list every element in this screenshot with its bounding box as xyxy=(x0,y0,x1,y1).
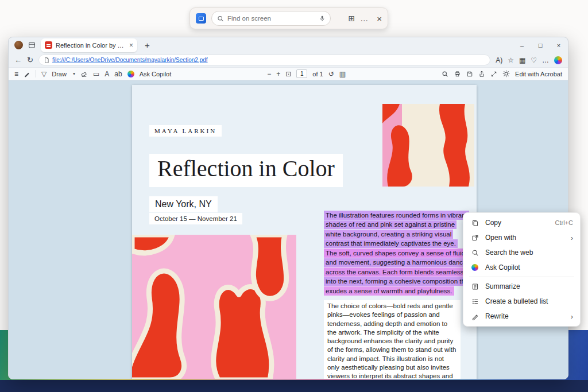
menu-item-label: Ask Copilot xyxy=(485,263,520,271)
menu-item-summarize[interactable]: Summarize xyxy=(466,279,578,294)
read-aloud-icon[interactable]: A) xyxy=(496,56,502,64)
menu-item-label: Copy xyxy=(485,219,501,227)
search-document-icon[interactable] xyxy=(442,71,448,77)
minimize-button[interactable]: – xyxy=(513,37,531,53)
divider xyxy=(36,70,36,77)
highlighted-text-line[interactable]: white background, creating a striking vi… xyxy=(324,230,453,239)
more-options-icon[interactable]: … xyxy=(360,14,368,22)
copilot-icon[interactable] xyxy=(554,56,562,64)
artwork-top-right xyxy=(382,104,474,187)
omnibox[interactable]: file:///C:/Users/OneDrive/Documents/maya… xyxy=(38,55,490,65)
selection-context-menu: Copy Ctrl+C Open with › Search the web A… xyxy=(463,212,581,327)
share-icon[interactable] xyxy=(478,71,485,77)
bulleted-list-icon xyxy=(470,298,479,305)
save-icon[interactable] xyxy=(466,71,473,77)
browser-essentials-icon[interactable]: ♡ xyxy=(531,56,537,64)
body-paragraph: The choice of colors—bold reds and gentl… xyxy=(324,300,461,379)
page-number-input[interactable] xyxy=(296,69,307,78)
highlighted-text-line[interactable]: The soft, curved shapes convey a sense o… xyxy=(324,249,473,258)
artist-name: MAYA LARKIN xyxy=(149,125,222,137)
pdf-page: MAYA LARKIN Reflection in Color New York… xyxy=(132,85,477,379)
menu-item-label: Search the web xyxy=(485,249,533,257)
menu-item-rewrite[interactable]: Rewrite › xyxy=(466,309,578,324)
eraser-icon[interactable] xyxy=(80,71,88,77)
profile-avatar[interactable] xyxy=(14,41,23,49)
exhibit-dates: October 15 — November 21 xyxy=(149,213,242,224)
draw-nib-icon[interactable]: ▽ xyxy=(41,71,47,77)
pdf-favicon xyxy=(45,41,52,49)
address-bar-actions: A) ☆ ▦ ♡ … xyxy=(496,56,562,64)
menu-item-search-web[interactable]: Search the web xyxy=(466,245,578,260)
maximize-button[interactable]: □ xyxy=(531,37,550,53)
exhibit-location: New York, NY xyxy=(149,196,218,212)
find-input[interactable] xyxy=(227,15,316,22)
selected-paragraph[interactable]: The illustration features rounded forms … xyxy=(324,211,462,296)
fit-to-page-icon[interactable]: ⊡ xyxy=(285,71,291,77)
read-aloud-pdf-icon[interactable]: ab xyxy=(114,71,122,77)
chevron-down-icon[interactable]: ▾ xyxy=(73,71,75,76)
open-with-icon xyxy=(470,234,479,242)
draw-label[interactable]: Draw xyxy=(52,71,67,77)
summarize-icon xyxy=(470,283,479,290)
favorites-star-icon[interactable]: ☆ xyxy=(508,56,514,64)
find-app-icon xyxy=(196,13,206,24)
collections-icon[interactable]: ▦ xyxy=(519,56,525,64)
pdf-toolbar: ≡ ▽ Draw ▾ ▭ A ab Ask Copilot − + ⊡ of 1… xyxy=(9,67,568,80)
page-count-label: of 1 xyxy=(312,71,323,77)
workspaces-icon[interactable] xyxy=(28,41,36,49)
search-icon xyxy=(217,15,224,22)
text-box-icon[interactable]: ▭ xyxy=(93,71,99,77)
open-with-app-icon[interactable]: ⊞ xyxy=(349,14,355,22)
highlighted-text-line[interactable]: shades of red and pink set against a pri… xyxy=(324,220,457,230)
tab-close-icon[interactable]: × xyxy=(129,41,133,49)
address-bar: ← ↻ file:///C:/Users/OneDrive/Documents/… xyxy=(9,53,568,67)
tab-title: Reflection in Color by Maya Lark... xyxy=(56,42,126,49)
menu-divider xyxy=(469,277,574,277)
back-icon[interactable]: ← xyxy=(14,56,22,64)
gear-icon[interactable] xyxy=(502,70,510,77)
menu-item-ask-copilot[interactable]: Ask Copilot xyxy=(466,260,578,275)
menu-item-label: Open with xyxy=(485,234,516,242)
artwork-left xyxy=(132,235,296,379)
highlighted-text-line[interactable]: The illustration features rounded forms … xyxy=(324,211,469,220)
highlighted-text-line[interactable]: exudes a sense of warmth and playfulness… xyxy=(324,286,454,296)
find-search-field[interactable] xyxy=(211,11,331,26)
tab-strip: Reflection in Color by Maya Lark... × + … xyxy=(9,37,568,53)
close-window-button[interactable]: × xyxy=(550,37,568,53)
highlighted-text-line[interactable]: across the canvas. Each form blends seam… xyxy=(324,267,470,277)
highlighted-text-line[interactable]: contrast that immediately captivates the… xyxy=(324,239,458,249)
menu-item-copy[interactable]: Copy Ctrl+C xyxy=(466,215,578,230)
close-find-bar-icon[interactable]: × xyxy=(377,14,382,23)
refresh-icon[interactable]: ↻ xyxy=(27,56,33,64)
menu-item-label: Summarize xyxy=(485,282,520,290)
rotate-icon[interactable]: ↺ xyxy=(328,71,334,77)
edit-with-acrobat-button[interactable]: Edit with Acrobat xyxy=(515,71,562,77)
zoom-out-icon[interactable]: − xyxy=(267,71,271,77)
highlighted-text-line[interactable]: and movement, suggesting a harmonious da… xyxy=(324,258,469,267)
find-on-screen-bar: ⊞ … × xyxy=(189,7,388,29)
menu-item-open-with[interactable]: Open with › xyxy=(466,230,578,245)
ask-copilot-button[interactable]: Ask Copilot xyxy=(140,71,172,77)
microphone-icon[interactable] xyxy=(319,15,325,22)
submenu-chevron-icon: › xyxy=(571,313,573,320)
print-icon[interactable] xyxy=(454,71,461,77)
table-of-contents-icon[interactable]: ≡ xyxy=(14,71,18,77)
pen-tool-icon[interactable] xyxy=(24,71,30,77)
settings-more-icon[interactable]: … xyxy=(542,56,549,64)
add-text-icon[interactable]: A xyxy=(105,71,109,77)
highlighted-text-line[interactable]: into the next, forming a cohesive compos… xyxy=(324,277,473,286)
copy-icon xyxy=(470,219,479,227)
zoom-in-icon[interactable]: + xyxy=(276,71,280,77)
menu-item-create-bulleted-list[interactable]: Create a bulleted list xyxy=(466,294,578,309)
page-view-icon[interactable]: ▥ xyxy=(339,71,346,77)
file-icon xyxy=(44,57,49,64)
document-title: Reflection in Color xyxy=(149,154,343,187)
rewrite-pen-icon xyxy=(470,313,479,320)
new-tab-button[interactable]: + xyxy=(145,40,150,50)
fullscreen-icon[interactable] xyxy=(490,71,497,77)
tab-reflection-in-color[interactable]: Reflection in Color by Maya Lark... × xyxy=(41,38,137,52)
window-controls: – □ × xyxy=(513,37,568,53)
url-text: file:///C:/Users/OneDrive/Documents/maya… xyxy=(52,57,208,63)
edge-browser-window: Reflection in Color by Maya Lark... × + … xyxy=(8,37,568,379)
copilot-icon xyxy=(127,71,134,77)
